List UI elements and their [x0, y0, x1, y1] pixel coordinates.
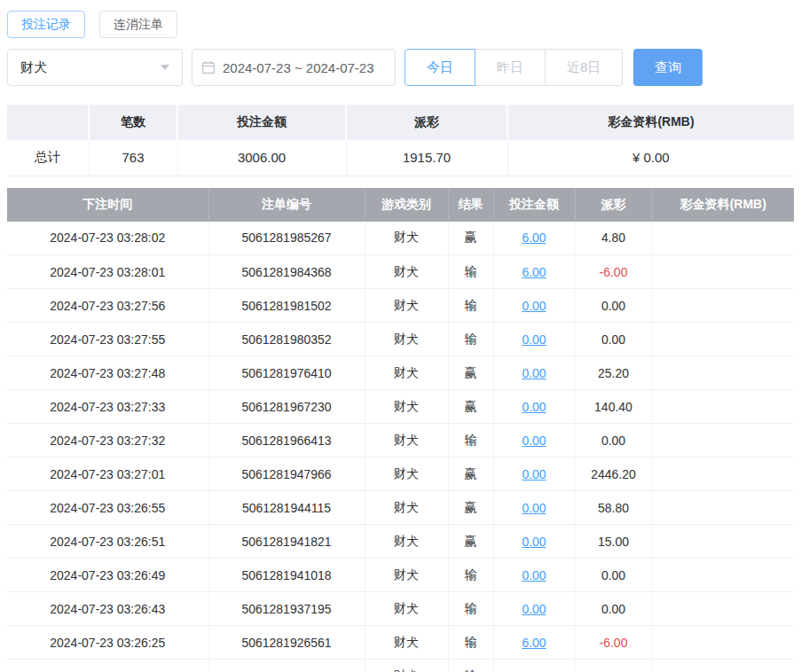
bet-time-value: 2024-07-23 03:26:24 [50, 669, 165, 672]
game-type-cell: 财犬 [365, 559, 448, 592]
game-type-value: 财犬 [394, 466, 419, 481]
today-button[interactable]: 今日 [404, 49, 475, 86]
order-id-value: 5061281926561 [241, 636, 331, 650]
bet-time-cell: 2024-07-23 03:27:55 [7, 323, 208, 356]
bet-amount-link[interactable]: 0.00 [522, 602, 546, 616]
bonus-cell [652, 525, 794, 559]
bet-amount-link[interactable]: 0.00 [522, 501, 546, 515]
bet-time-value: 2024-07-23 03:28:02 [50, 231, 165, 245]
game-type-value: 财犬 [394, 534, 419, 548]
payout-value: -6.00 [600, 265, 628, 279]
header-bet-time: 下注时间 [7, 188, 208, 222]
bonus-cell [652, 592, 794, 626]
header-bet-amount: 投注金额 [493, 188, 575, 222]
table-row: 2024-07-23 03:27:33 5061281967230 财犬 赢 0… [7, 390, 794, 424]
bonus-cell [652, 559, 794, 592]
chevron-down-icon [161, 65, 169, 70]
table-row: 2024-07-23 03:27:01 5061281947966 财犬 赢 0… [7, 457, 794, 491]
bet-amount-link[interactable]: 0.00 [522, 366, 546, 380]
table-row: 2024-07-23 03:27:56 5061281981502 财犬 输 0… [7, 289, 794, 323]
bet-amount-link[interactable]: 6.00 [522, 669, 546, 672]
payout-value: -6.00 [600, 636, 628, 650]
result-value: 输 [465, 601, 477, 615]
game-type-cell: 财犬 [365, 592, 448, 626]
payout-cell: 0.00 [575, 323, 652, 356]
order-id-value: 5061281980352 [241, 332, 331, 347]
game-select[interactable]: 财犬 [7, 49, 183, 86]
bet-amount-cell: 6.00 [493, 222, 575, 255]
tab-cancelled-orders[interactable]: 连消注单 [99, 11, 177, 38]
summary-header-bonus: 彩金资料(RMB) [507, 105, 794, 140]
result-cell: 输 [448, 559, 493, 592]
tab-betting-records[interactable]: 投注记录 [7, 11, 85, 38]
bet-amount-cell: 0.00 [493, 525, 575, 559]
bet-amount-link[interactable]: 0.00 [522, 568, 546, 582]
order-id-value: 5061281925717 [241, 669, 331, 672]
bet-time-cell: 2024-07-23 03:28:02 [7, 222, 208, 255]
bonus-cell [652, 255, 794, 289]
summary-header-bet-amount: 投注金额 [177, 105, 346, 140]
payout-value: 58.80 [598, 501, 629, 515]
bonus-cell [652, 222, 794, 255]
bet-amount-link[interactable]: 6.00 [522, 636, 546, 650]
game-type-cell: 财犬 [365, 457, 448, 491]
payout-cell: 15.00 [575, 525, 652, 559]
bet-amount-link[interactable]: 0.00 [522, 400, 546, 414]
bonus-cell [652, 390, 794, 424]
order-id-value: 5061281944115 [242, 501, 331, 515]
bonus-cell [652, 626, 794, 660]
bet-time-value: 2024-07-23 03:27:55 [50, 332, 165, 347]
result-cell: 输 [448, 592, 493, 626]
order-id-cell: 5061281925717 [208, 660, 365, 672]
date-range-picker[interactable]: 2024-07-23 ~ 2024-07-23 [192, 49, 396, 86]
bet-amount-link[interactable]: 0.00 [522, 434, 546, 448]
bet-amount-link[interactable]: 0.00 [522, 535, 546, 549]
order-id-value: 5061281984368 [241, 265, 331, 279]
bet-amount-link[interactable]: 0.00 [522, 299, 546, 313]
query-button[interactable]: 查询 [633, 49, 703, 86]
bet-amount-link[interactable]: 6.00 [522, 231, 546, 245]
summary-header-count: 笔数 [89, 105, 177, 140]
payout-cell: 4.80 [575, 222, 652, 255]
result-value: 赢 [465, 399, 477, 413]
last-8-days-button[interactable]: 近8日 [545, 49, 623, 86]
summary-total-label: 总计 [7, 140, 89, 176]
bet-amount-link[interactable]: 6.00 [522, 265, 546, 279]
payout-cell: 140.40 [575, 390, 652, 424]
bet-time-value: 2024-07-23 03:26:25 [50, 636, 165, 650]
result-cell: 输 [448, 289, 493, 323]
header-order-id: 注单编号 [208, 188, 365, 222]
game-type-value: 财犬 [394, 567, 419, 582]
yesterday-button[interactable]: 昨日 [475, 49, 546, 86]
summary-payout-value: 1915.70 [346, 140, 507, 176]
payout-cell: -6.00 [575, 660, 652, 672]
summary-header-payout: 派彩 [346, 105, 507, 140]
bet-amount-cell: 0.00 [493, 323, 575, 356]
table-row: 2024-07-23 03:26:51 5061281941821 财犬 赢 0… [7, 525, 794, 559]
order-id-cell: 5061281980352 [208, 323, 365, 356]
result-cell: 输 [448, 660, 493, 672]
result-value: 输 [465, 668, 477, 672]
game-type-value: 财犬 [394, 365, 419, 379]
records-body: 2024-07-23 03:28:02 5061281985267 财犬 赢 6… [7, 222, 794, 672]
bonus-cell [652, 660, 794, 672]
result-value: 赢 [465, 466, 477, 481]
payout-value: 0.00 [601, 434, 625, 448]
date-range-value: 2024-07-23 ~ 2024-07-23 [223, 60, 374, 75]
bet-amount-link[interactable]: 0.00 [522, 332, 546, 347]
bonus-cell [652, 457, 794, 491]
bet-time-value: 2024-07-23 03:28:01 [50, 265, 165, 279]
bet-time-value: 2024-07-23 03:27:48 [50, 366, 165, 380]
result-cell: 赢 [448, 356, 493, 390]
order-id-cell: 5061281947966 [208, 457, 365, 491]
game-type-value: 财犬 [394, 668, 419, 672]
header-bonus: 彩金资料(RMB) [652, 188, 794, 222]
quick-date-group: 今日 昨日 近8日 [404, 49, 623, 86]
records-header-row: 下注时间 注单编号 游戏类别 结果 投注金额 派彩 彩金资料(RMB) [7, 188, 794, 222]
result-cell: 赢 [448, 457, 493, 491]
bet-amount-link[interactable]: 0.00 [522, 467, 546, 481]
order-id-cell: 5061281981502 [208, 289, 365, 323]
bet-time-value: 2024-07-23 03:26:43 [50, 602, 165, 616]
bet-amount-cell: 6.00 [493, 255, 575, 289]
bet-time-cell: 2024-07-23 03:26:43 [7, 592, 208, 626]
